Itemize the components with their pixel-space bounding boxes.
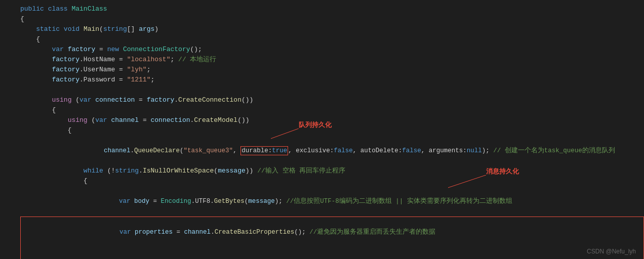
code-line: { — [0, 105, 644, 115]
code-line-properties2: properties.Persistent = true; — [0, 247, 644, 259]
code-line: factory.UserName = "lyh"; — [0, 65, 644, 75]
annotation-arrow-queue — [271, 128, 301, 144]
watermark: CSDN @Nefu_lyh — [587, 248, 636, 255]
annotation-arrow-msg — [448, 175, 489, 193]
code-line: using (var connection = factory.CreateCo… — [0, 95, 644, 105]
code-line: { — [0, 34, 644, 45]
svg-line-0 — [271, 128, 299, 139]
annotation-message-persistence: 消息持久化 — [486, 167, 519, 176]
code-line-body: var body = Encoding.UTF8.GetBytes(messag… — [0, 186, 644, 217]
code-line: factory.HostName = "localhost"; // 本地运行 — [0, 55, 644, 65]
code-line: while (!string.IsNullOrWhiteSpace(messag… — [0, 166, 644, 176]
svg-line-1 — [448, 175, 486, 188]
code-line-queue-declare: channel.QueueDeclare("task_queue3", dura… — [0, 136, 644, 166]
code-line: { — [0, 14, 644, 24]
code-line: static void Main(string[] args) — [0, 24, 644, 34]
code-line — [0, 85, 644, 95]
code-line: factory.Password = "1211"; — [0, 75, 644, 85]
code-line: { — [0, 176, 644, 186]
code-line: var factory = new ConnectionFactory(); — [0, 45, 644, 55]
code-line: public class MainClass — [0, 4, 644, 14]
code-editor: public class MainClass { static void Mai… — [0, 0, 644, 259]
code-line-properties1: var properties = channel.CreateBasicProp… — [0, 217, 644, 247]
annotation-queue-persistence: 队列持久化 — [299, 120, 332, 130]
